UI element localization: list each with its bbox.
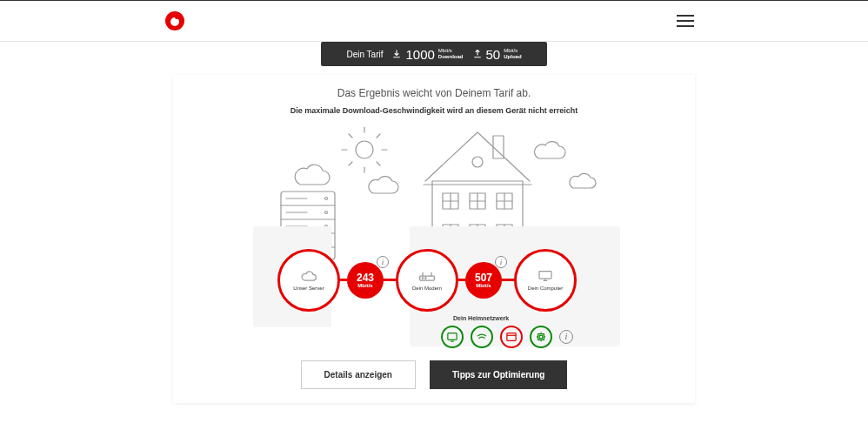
tariff-download: 1000 Mbit/sDownload (391, 47, 463, 62)
header (0, 0, 868, 42)
svg-rect-56 (538, 334, 544, 340)
upload-icon (472, 49, 483, 59)
svg-point-28 (472, 157, 483, 167)
svg-point-0 (356, 141, 373, 158)
router-icon (418, 270, 436, 282)
cloud-icon (300, 270, 317, 282)
svg-rect-54 (507, 333, 516, 341)
node-modem-label: Dein Modem (412, 285, 442, 292)
diagram: Unser Server 243 Mbit/s i Dein Modem 507… (190, 124, 678, 350)
node-server: Unser Server (277, 249, 340, 312)
svg-point-47 (422, 277, 423, 278)
legend: i (441, 326, 573, 348)
svg-point-34 (325, 198, 328, 200)
node-modem: Dein Modem (396, 249, 458, 312)
menu-icon[interactable] (677, 15, 694, 27)
value-server-modem: 243 Mbit/s (347, 262, 384, 299)
svg-rect-52 (448, 333, 457, 340)
svg-rect-57 (539, 335, 542, 338)
tariff-label: Dein Tarif (346, 50, 383, 59)
svg-line-8 (377, 162, 380, 165)
legend-info-icon[interactable]: i (559, 330, 573, 344)
legend-window (500, 326, 523, 348)
svg-line-7 (349, 162, 352, 165)
value-modem-pc: 507 Mbit/s (465, 262, 502, 299)
legend-wifi (471, 326, 493, 348)
node-computer: Dein Computer (514, 249, 577, 312)
tips-button[interactable]: Tipps zur Optimierung (430, 360, 567, 389)
node-server-label: Unser Server (293, 285, 324, 292)
home-network-label: Dein Heimnetzwerk (453, 315, 509, 321)
info-icon[interactable]: i (495, 256, 507, 268)
download-icon (391, 49, 402, 59)
svg-point-35 (325, 212, 328, 214)
monitor-icon (537, 270, 554, 282)
svg-rect-49 (539, 271, 551, 279)
result-subtitle: Die maximale Download-Geschwindigkeit wi… (190, 106, 678, 115)
svg-line-5 (349, 134, 352, 138)
action-buttons: Details anzeigen Tipps zur Optimierung (190, 360, 678, 389)
node-computer-label: Dein Computer (528, 285, 563, 292)
tariff-bar: Dein Tarif 1000 Mbit/sDownload 50 Mbit/s… (321, 42, 547, 66)
svg-line-6 (377, 134, 380, 138)
tariff-upload: 50 Mbit/sUpload (472, 47, 522, 62)
legend-cpu (530, 326, 552, 348)
details-button[interactable]: Details anzeigen (301, 360, 416, 389)
info-icon[interactable]: i (377, 256, 389, 268)
result-card: Das Ergebnis weicht von Deinem Tarif ab.… (173, 75, 695, 403)
legend-tablet (441, 326, 464, 348)
result-title: Das Ergebnis weicht von Deinem Tarif ab. (190, 87, 678, 99)
svg-point-48 (425, 277, 426, 278)
vodafone-logo[interactable] (165, 11, 184, 30)
